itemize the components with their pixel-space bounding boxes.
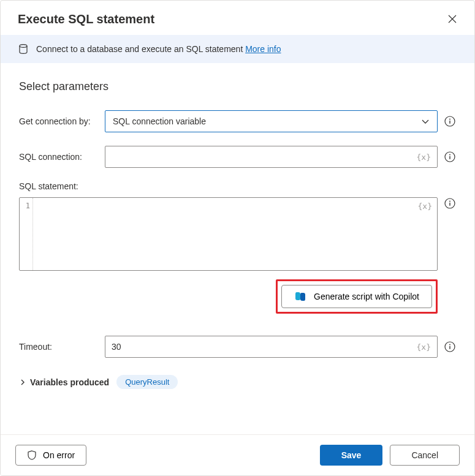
editor-gutter: 1 — [20, 198, 33, 270]
field-sql-statement: SQL statement: 1 {x} — [19, 181, 456, 271]
content-area: Select parameters Get connection by: SQL… — [1, 63, 474, 434]
svg-point-2 — [449, 119, 450, 120]
generate-script-button[interactable]: Generate script with Copilot — [281, 285, 432, 308]
sql-statement-info-button[interactable] — [444, 197, 456, 210]
svg-rect-9 — [449, 203, 450, 206]
variable-picker-icon[interactable]: {x} — [418, 202, 432, 211]
generate-highlight: Generate script with Copilot — [276, 279, 438, 314]
variables-produced-label: Variables produced — [30, 377, 109, 387]
line-number: 1 — [26, 202, 30, 210]
close-icon — [447, 14, 457, 24]
more-info-link[interactable]: More info — [245, 44, 281, 54]
footer-actions: Save Cancel — [320, 445, 460, 466]
dialog-header: Execute SQL statement — [1, 1, 474, 35]
variables-produced-toggle[interactable]: Variables produced — [19, 377, 109, 387]
sql-connection-info-button[interactable] — [444, 151, 456, 163]
info-icon — [444, 116, 455, 127]
svg-point-11 — [449, 344, 450, 346]
dialog-title: Execute SQL statement — [18, 12, 154, 26]
svg-rect-3 — [449, 121, 450, 124]
get-connection-by-select[interactable]: SQL connection variable — [105, 110, 438, 132]
get-connection-by-value: SQL connection variable — [113, 116, 206, 126]
get-connection-by-label: Get connection by: — [19, 116, 99, 126]
banner-text: Connect to a database and execute an SQL… — [36, 44, 245, 54]
shield-icon — [27, 450, 37, 460]
timeout-label: Timeout: — [19, 342, 99, 352]
on-error-label: On error — [43, 450, 75, 460]
svg-point-8 — [449, 201, 450, 202]
cancel-button[interactable]: Cancel — [390, 445, 460, 466]
sql-statement-label: SQL statement: — [19, 181, 456, 191]
field-timeout: Timeout: 30 {x} — [19, 336, 456, 358]
svg-rect-12 — [449, 346, 450, 349]
dialog-footer: On error Save Cancel — [1, 434, 474, 475]
info-icon — [444, 198, 455, 209]
get-connection-by-info-button[interactable] — [444, 115, 456, 127]
svg-point-0 — [20, 45, 27, 48]
variable-picker-icon[interactable]: {x} — [417, 153, 431, 162]
generate-row: Generate script with Copilot — [19, 279, 456, 314]
variable-picker-icon[interactable]: {x} — [417, 342, 431, 352]
banner-message: Connect to a database and execute an SQL… — [36, 44, 281, 54]
timeout-input[interactable]: 30 {x} — [105, 336, 438, 358]
close-button[interactable] — [445, 12, 460, 26]
generate-script-label: Generate script with Copilot — [314, 292, 419, 301]
svg-rect-6 — [449, 156, 450, 159]
info-banner: Connect to a database and execute an SQL… — [1, 35, 474, 63]
info-icon — [444, 341, 455, 352]
sql-connection-label: SQL connection: — [19, 152, 99, 162]
field-sql-connection: SQL connection: {x} — [19, 146, 456, 168]
copilot-icon — [294, 290, 306, 303]
sql-statement-editor[interactable]: 1 {x} — [19, 197, 438, 271]
section-title: Select parameters — [19, 80, 456, 93]
timeout-info-button[interactable] — [444, 341, 456, 353]
field-get-connection-by: Get connection by: SQL connection variab… — [19, 110, 456, 132]
chevron-down-icon — [421, 117, 430, 126]
editor-body[interactable]: {x} — [33, 198, 437, 270]
save-button[interactable]: Save — [320, 445, 383, 466]
sql-connection-input[interactable]: {x} — [105, 146, 438, 168]
on-error-button[interactable]: On error — [15, 445, 86, 466]
variables-produced-row: Variables produced QueryResult — [19, 375, 456, 389]
timeout-value: 30 — [112, 342, 417, 352]
info-icon — [444, 151, 455, 162]
variable-chip-queryresult[interactable]: QueryResult — [116, 375, 178, 389]
svg-point-5 — [449, 154, 450, 156]
chevron-right-icon — [19, 379, 26, 386]
database-icon — [18, 43, 29, 55]
